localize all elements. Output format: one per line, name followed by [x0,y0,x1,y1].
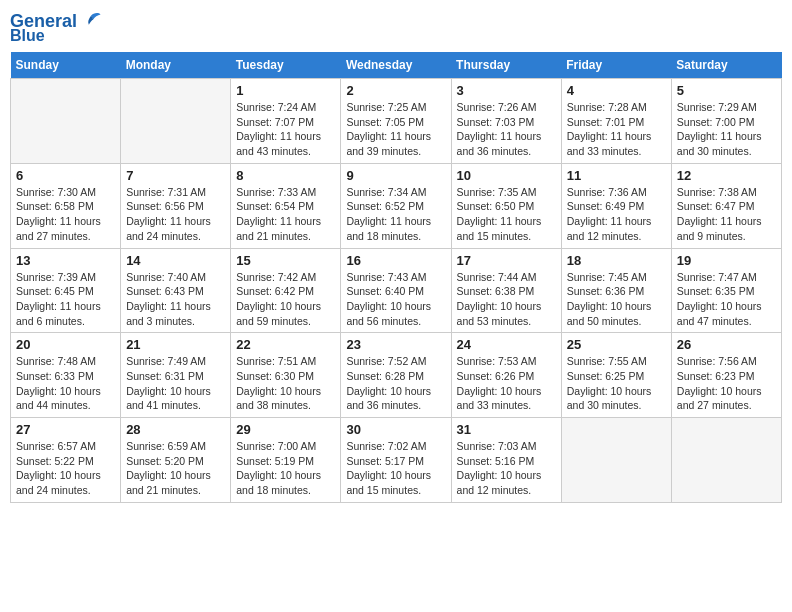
header-row: SundayMondayTuesdayWednesdayThursdayFrid… [11,52,782,79]
day-cell: 24Sunrise: 7:53 AM Sunset: 6:26 PM Dayli… [451,333,561,418]
day-number: 29 [236,422,335,437]
week-row-1: 6Sunrise: 7:30 AM Sunset: 6:58 PM Daylig… [11,163,782,248]
day-info: Sunrise: 6:57 AM Sunset: 5:22 PM Dayligh… [16,439,115,498]
day-info: Sunrise: 7:45 AM Sunset: 6:36 PM Dayligh… [567,270,666,329]
day-number: 21 [126,337,225,352]
day-info: Sunrise: 7:47 AM Sunset: 6:35 PM Dayligh… [677,270,776,329]
day-info: Sunrise: 7:00 AM Sunset: 5:19 PM Dayligh… [236,439,335,498]
day-info: Sunrise: 7:35 AM Sunset: 6:50 PM Dayligh… [457,185,556,244]
day-number: 16 [346,253,445,268]
day-number: 9 [346,168,445,183]
day-number: 4 [567,83,666,98]
logo: General Blue [10,10,102,44]
day-number: 18 [567,253,666,268]
day-info: Sunrise: 7:30 AM Sunset: 6:58 PM Dayligh… [16,185,115,244]
day-cell: 15Sunrise: 7:42 AM Sunset: 6:42 PM Dayli… [231,248,341,333]
day-cell: 13Sunrise: 7:39 AM Sunset: 6:45 PM Dayli… [11,248,121,333]
header-tuesday: Tuesday [231,52,341,79]
day-number: 20 [16,337,115,352]
day-number: 7 [126,168,225,183]
day-cell: 27Sunrise: 6:57 AM Sunset: 5:22 PM Dayli… [11,418,121,503]
day-number: 3 [457,83,556,98]
day-number: 19 [677,253,776,268]
day-cell: 28Sunrise: 6:59 AM Sunset: 5:20 PM Dayli… [121,418,231,503]
day-info: Sunrise: 7:28 AM Sunset: 7:01 PM Dayligh… [567,100,666,159]
day-number: 26 [677,337,776,352]
day-info: Sunrise: 7:40 AM Sunset: 6:43 PM Dayligh… [126,270,225,329]
day-number: 25 [567,337,666,352]
day-number: 15 [236,253,335,268]
day-number: 27 [16,422,115,437]
day-cell: 3Sunrise: 7:26 AM Sunset: 7:03 PM Daylig… [451,79,561,164]
week-row-3: 20Sunrise: 7:48 AM Sunset: 6:33 PM Dayli… [11,333,782,418]
day-number: 12 [677,168,776,183]
day-number: 30 [346,422,445,437]
day-cell: 6Sunrise: 7:30 AM Sunset: 6:58 PM Daylig… [11,163,121,248]
day-cell: 9Sunrise: 7:34 AM Sunset: 6:52 PM Daylig… [341,163,451,248]
day-cell: 17Sunrise: 7:44 AM Sunset: 6:38 PM Dayli… [451,248,561,333]
day-cell [561,418,671,503]
page-header: General Blue [10,10,782,44]
logo-bird-icon [80,10,102,32]
day-number: 11 [567,168,666,183]
day-info: Sunrise: 7:24 AM Sunset: 7:07 PM Dayligh… [236,100,335,159]
day-number: 5 [677,83,776,98]
week-row-2: 13Sunrise: 7:39 AM Sunset: 6:45 PM Dayli… [11,248,782,333]
day-cell: 5Sunrise: 7:29 AM Sunset: 7:00 PM Daylig… [671,79,781,164]
header-saturday: Saturday [671,52,781,79]
day-info: Sunrise: 7:29 AM Sunset: 7:00 PM Dayligh… [677,100,776,159]
header-sunday: Sunday [11,52,121,79]
day-info: Sunrise: 7:48 AM Sunset: 6:33 PM Dayligh… [16,354,115,413]
calendar-table: SundayMondayTuesdayWednesdayThursdayFrid… [10,52,782,503]
day-info: Sunrise: 7:03 AM Sunset: 5:16 PM Dayligh… [457,439,556,498]
day-cell: 29Sunrise: 7:00 AM Sunset: 5:19 PM Dayli… [231,418,341,503]
day-number: 17 [457,253,556,268]
day-number: 22 [236,337,335,352]
day-number: 1 [236,83,335,98]
day-number: 28 [126,422,225,437]
day-info: Sunrise: 7:49 AM Sunset: 6:31 PM Dayligh… [126,354,225,413]
day-info: Sunrise: 7:34 AM Sunset: 6:52 PM Dayligh… [346,185,445,244]
day-info: Sunrise: 7:42 AM Sunset: 6:42 PM Dayligh… [236,270,335,329]
day-cell: 19Sunrise: 7:47 AM Sunset: 6:35 PM Dayli… [671,248,781,333]
day-number: 6 [16,168,115,183]
header-wednesday: Wednesday [341,52,451,79]
day-info: Sunrise: 7:53 AM Sunset: 6:26 PM Dayligh… [457,354,556,413]
week-row-0: 1Sunrise: 7:24 AM Sunset: 7:07 PM Daylig… [11,79,782,164]
day-info: Sunrise: 7:31 AM Sunset: 6:56 PM Dayligh… [126,185,225,244]
header-thursday: Thursday [451,52,561,79]
day-info: Sunrise: 7:33 AM Sunset: 6:54 PM Dayligh… [236,185,335,244]
day-cell: 2Sunrise: 7:25 AM Sunset: 7:05 PM Daylig… [341,79,451,164]
day-info: Sunrise: 7:02 AM Sunset: 5:17 PM Dayligh… [346,439,445,498]
day-info: Sunrise: 7:38 AM Sunset: 6:47 PM Dayligh… [677,185,776,244]
day-info: Sunrise: 7:26 AM Sunset: 7:03 PM Dayligh… [457,100,556,159]
day-cell: 20Sunrise: 7:48 AM Sunset: 6:33 PM Dayli… [11,333,121,418]
day-cell: 12Sunrise: 7:38 AM Sunset: 6:47 PM Dayli… [671,163,781,248]
day-cell [11,79,121,164]
day-cell: 1Sunrise: 7:24 AM Sunset: 7:07 PM Daylig… [231,79,341,164]
day-info: Sunrise: 7:43 AM Sunset: 6:40 PM Dayligh… [346,270,445,329]
day-number: 13 [16,253,115,268]
day-info: Sunrise: 7:52 AM Sunset: 6:28 PM Dayligh… [346,354,445,413]
day-info: Sunrise: 7:25 AM Sunset: 7:05 PM Dayligh… [346,100,445,159]
day-info: Sunrise: 7:44 AM Sunset: 6:38 PM Dayligh… [457,270,556,329]
day-info: Sunrise: 6:59 AM Sunset: 5:20 PM Dayligh… [126,439,225,498]
day-info: Sunrise: 7:55 AM Sunset: 6:25 PM Dayligh… [567,354,666,413]
day-cell: 31Sunrise: 7:03 AM Sunset: 5:16 PM Dayli… [451,418,561,503]
day-number: 14 [126,253,225,268]
day-number: 31 [457,422,556,437]
day-cell: 4Sunrise: 7:28 AM Sunset: 7:01 PM Daylig… [561,79,671,164]
day-cell: 7Sunrise: 7:31 AM Sunset: 6:56 PM Daylig… [121,163,231,248]
header-friday: Friday [561,52,671,79]
day-cell: 23Sunrise: 7:52 AM Sunset: 6:28 PM Dayli… [341,333,451,418]
day-info: Sunrise: 7:39 AM Sunset: 6:45 PM Dayligh… [16,270,115,329]
day-number: 2 [346,83,445,98]
day-cell [121,79,231,164]
day-info: Sunrise: 7:36 AM Sunset: 6:49 PM Dayligh… [567,185,666,244]
day-cell: 10Sunrise: 7:35 AM Sunset: 6:50 PM Dayli… [451,163,561,248]
day-number: 24 [457,337,556,352]
day-cell: 14Sunrise: 7:40 AM Sunset: 6:43 PM Dayli… [121,248,231,333]
day-cell: 18Sunrise: 7:45 AM Sunset: 6:36 PM Dayli… [561,248,671,333]
day-info: Sunrise: 7:56 AM Sunset: 6:23 PM Dayligh… [677,354,776,413]
day-number: 23 [346,337,445,352]
